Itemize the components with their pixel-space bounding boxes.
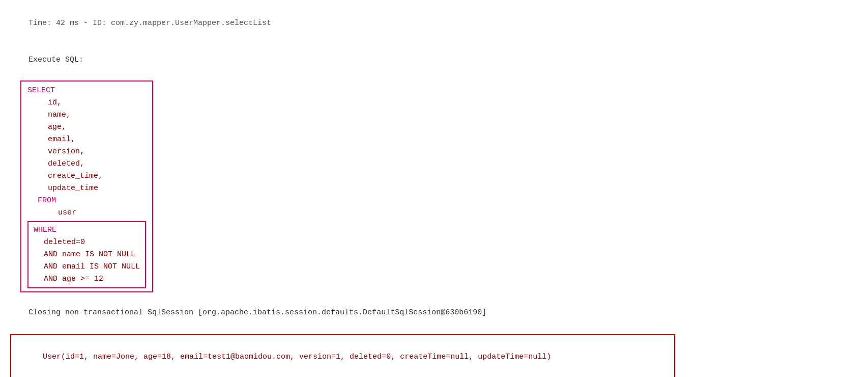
where-condition-4: AND age >= 12 [34,273,140,285]
sql-field-age: age, [27,121,146,133]
sql-field-create-time: create_time, [27,170,146,182]
sql-table: user [27,207,146,219]
from-keyword: FROM [38,196,56,205]
table-name: user [58,208,76,217]
where-keyword-line: WHERE [34,224,140,236]
time-text: Time: 42 ms - ID: com.zy.mapper.UserMapp… [28,19,271,28]
execute-text: Execute SQL: [28,56,83,64]
where-box: WHERE deleted=0 AND name IS NOT NULL AND… [27,221,146,288]
result-box: User(id=1, name=Jone, age=18, email=test… [10,334,675,377]
sql-select: SELECT [27,85,146,97]
sql-field-id: id, [27,97,146,109]
sql-field-update-time: update_time [27,182,146,195]
where-keyword: WHERE [34,226,56,234]
execute-label: Execute SQL: [10,42,858,78]
where-condition-2: AND name IS NOT NULL [34,249,140,261]
where-condition-1: deleted=0 [34,236,140,249]
where-condition-3: AND email IS NOT NULL [34,261,140,273]
closing-text: Closing non transactional SqlSession [or… [28,308,486,317]
result-text-1: User(id=1, name=Jone, age=18, email=test… [43,353,551,361]
select-keyword: SELECT [27,86,55,95]
sql-outer-box: SELECT id, name, age, email, version, de… [20,80,153,292]
sql-field-version: version, [27,146,146,158]
sql-field-name: name, [27,109,146,121]
time-line: Time: 42 ms - ID: com.zy.mapper.UserMapp… [10,5,858,42]
result-row-1: User(id=1, name=Jone, age=18, email=test… [15,337,670,376]
log-container: Time: 42 ms - ID: com.zy.mapper.UserMapp… [10,5,858,377]
sql-from: FROM [27,195,146,207]
sql-field-email: email, [27,133,146,146]
closing-line: Closing non transactional SqlSession [or… [10,294,858,331]
sql-field-deleted: deleted, [27,158,146,170]
